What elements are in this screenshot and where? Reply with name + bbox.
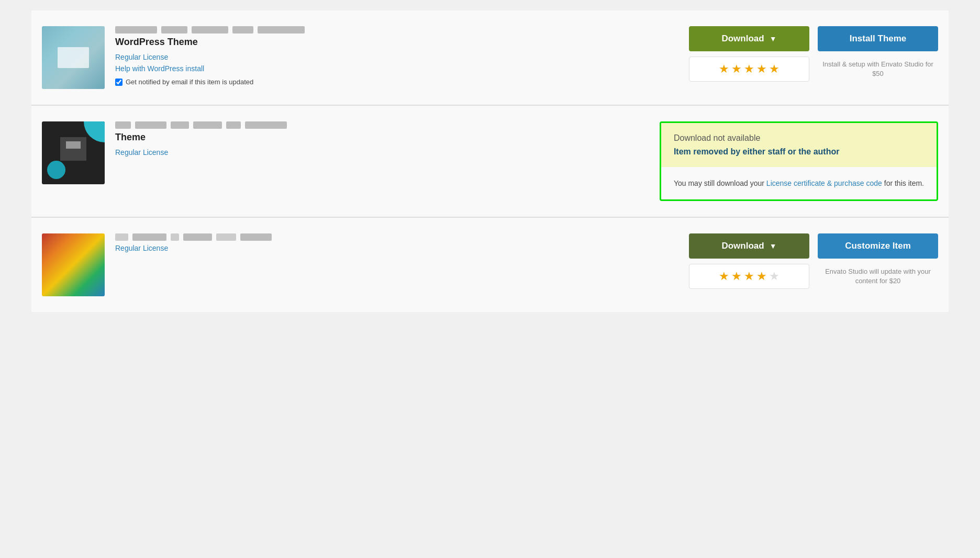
stars-box-3: ★ ★ ★ ★ ★: [689, 264, 809, 289]
item-notify-1: Get notified by email if this item is up…: [115, 78, 655, 86]
item-thumbnail-3: [42, 233, 105, 296]
removed-box-2: Download not available Item removed by e…: [660, 121, 938, 201]
install-info-3: Envato Studio will update with your cont…: [818, 267, 938, 286]
item-license-link-3[interactable]: Regular License: [115, 244, 655, 252]
blur-block: [115, 26, 157, 34]
item-actions-3: Download ▼ Customize Item ★ ★ ★ ★ ★ Enva…: [666, 233, 938, 289]
item-card-2: Theme Regular License Download not avail…: [31, 106, 949, 217]
removed-body-suffix: for this item.: [882, 179, 924, 187]
item-actions-1: Download ▼ Install Theme ★ ★ ★ ★ ★ Insta…: [666, 26, 938, 82]
blur-block: [258, 26, 305, 34]
download-label-3: Download: [721, 241, 764, 251]
install-theme-button-1[interactable]: Install Theme: [818, 26, 938, 51]
star-2: ★: [731, 270, 742, 283]
item-name-blurred-3: [115, 233, 655, 241]
item-card-1: WordPress Theme Regular License Help wit…: [31, 10, 949, 105]
blur-block: [240, 233, 272, 241]
removed-body-2: You may still download your License cert…: [661, 167, 937, 199]
item-help-link-1[interactable]: Help with WordPress install: [115, 64, 655, 73]
blur-block: [115, 233, 128, 241]
item-type-1: WordPress Theme: [115, 37, 655, 48]
star-4: ★: [756, 270, 767, 283]
blur-block: [232, 26, 253, 34]
blur-block: [132, 233, 166, 241]
item-type-2: Theme: [115, 132, 649, 143]
star-3: ★: [744, 270, 754, 283]
download-arrow-1: ▼: [770, 35, 777, 43]
blur-block: [226, 121, 241, 129]
blur-block: [193, 121, 222, 129]
customize-button-3[interactable]: Customize Item: [818, 233, 938, 259]
blur-block: [192, 26, 228, 34]
item-license-link-1[interactable]: Regular License: [115, 53, 655, 61]
blur-block: [245, 121, 287, 129]
thumb-face: [60, 137, 86, 161]
item-thumbnail-1: [42, 26, 105, 89]
download-button-1[interactable]: Download ▼: [689, 26, 809, 51]
download-arrow-3: ▼: [770, 242, 777, 250]
item-name-blurred-2: [115, 121, 649, 129]
removed-body-prefix: You may still download your: [674, 179, 766, 187]
install-info-1: Install & setup with Envato Studio for $…: [818, 60, 938, 79]
removed-warning-2: Download not available Item removed by e…: [661, 123, 937, 167]
item-info-2: Theme Regular License: [115, 121, 649, 160]
star-3: ★: [744, 62, 754, 76]
star-1: ★: [719, 62, 729, 76]
removed-link-2[interactable]: License certificate & purchase code: [766, 179, 882, 187]
notify-checkbox-1[interactable]: [115, 79, 122, 86]
item-actions-2: Download not available Item removed by e…: [660, 121, 938, 201]
item-thumbnail-2: [42, 121, 105, 184]
star-4: ★: [756, 62, 767, 76]
blur-block: [161, 26, 187, 34]
star-5: ★: [769, 62, 779, 76]
star-2: ★: [731, 62, 742, 76]
removed-title-2: Download not available: [674, 133, 924, 143]
blur-block: [135, 121, 166, 129]
download-label-1: Download: [721, 34, 764, 44]
action-row-3b: ★ ★ ★ ★ ★ Envato Studio will update with…: [689, 264, 938, 289]
blur-block: [171, 121, 189, 129]
star-1: ★: [719, 270, 729, 283]
action-row-1a: Download ▼ Install Theme: [689, 26, 938, 51]
blur-block: [183, 233, 212, 241]
item-license-link-2[interactable]: Regular License: [115, 148, 649, 157]
notify-label-1: Get notified by email if this item is up…: [126, 78, 253, 86]
item-card-3: Regular License Download ▼ Customize Ite…: [31, 218, 949, 312]
item-info-3: Regular License: [115, 233, 655, 255]
item-info-1: WordPress Theme Regular License Help wit…: [115, 26, 655, 86]
stars-box-1: ★ ★ ★ ★ ★: [689, 57, 809, 82]
blur-block: [115, 121, 131, 129]
blur-block: [216, 233, 236, 241]
blur-block: [171, 233, 179, 241]
item-name-blurred-1: [115, 26, 655, 34]
action-row-3a: Download ▼ Customize Item: [689, 233, 938, 259]
action-row-1b: ★ ★ ★ ★ ★ Install & setup with Envato St…: [689, 57, 938, 82]
star-5-empty: ★: [769, 270, 779, 283]
removed-subtitle-2: Item removed by either staff or the auth…: [674, 147, 924, 157]
page-wrapper: WordPress Theme Regular License Help wit…: [0, 0, 980, 322]
download-button-3[interactable]: Download ▼: [689, 233, 809, 259]
